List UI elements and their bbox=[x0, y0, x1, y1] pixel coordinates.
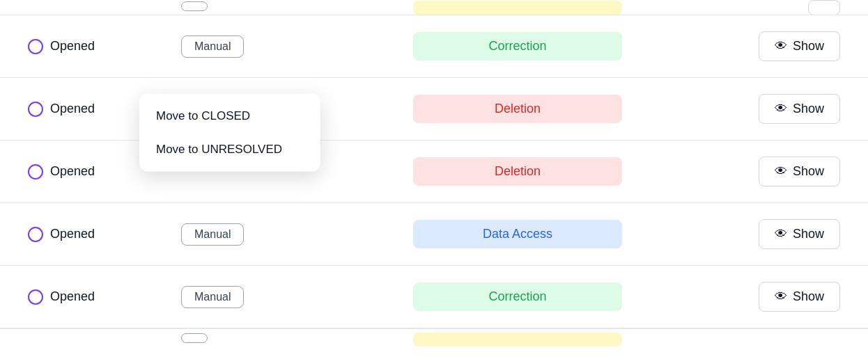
status-col-4: Opened bbox=[28, 227, 181, 242]
move-to-closed-item[interactable]: Move to CLOSED bbox=[139, 99, 320, 132]
action-col-5: 👁 Show bbox=[729, 282, 840, 312]
status-text-3: Opened bbox=[50, 164, 95, 179]
partial-bottom-type-col bbox=[181, 333, 307, 346]
status-col-5: Opened bbox=[28, 289, 181, 305]
type-badge-4[interactable]: Manual bbox=[181, 223, 244, 246]
type-col-5: Manual bbox=[181, 286, 307, 308]
action-col-2: 👁 Show bbox=[729, 94, 840, 124]
status-col-1: Opened bbox=[28, 39, 181, 54]
show-label-4: Show bbox=[793, 227, 824, 241]
type-col-4: Manual bbox=[181, 223, 307, 246]
show-label-5: Show bbox=[793, 289, 824, 304]
show-label-3: Show bbox=[793, 164, 824, 179]
context-menu: Move to CLOSED Move to UNRESOLVED bbox=[139, 93, 320, 171]
table-row-partial-bottom bbox=[0, 328, 868, 349]
category-badge-4[interactable]: Data Access bbox=[413, 220, 622, 248]
move-to-unresolved-item[interactable]: Move to UNRESOLVED bbox=[139, 132, 320, 166]
action-col-4: 👁 Show bbox=[729, 219, 840, 249]
action-col-3: 👁 Show bbox=[729, 157, 840, 186]
table: Opened Manual Correction 👁 Show Opened M… bbox=[0, 0, 868, 349]
table-row-partial-top bbox=[0, 0, 868, 15]
partial-type-badge[interactable] bbox=[181, 1, 208, 11]
show-label-1: Show bbox=[793, 39, 824, 54]
category-badge-3[interactable]: Deletion bbox=[413, 157, 622, 186]
partial-bottom-category-badge bbox=[413, 333, 622, 346]
category-col-2: Deletion bbox=[307, 95, 729, 123]
status-text-5: Opened bbox=[50, 289, 95, 304]
category-badge-2[interactable]: Deletion bbox=[413, 95, 622, 123]
category-col-5: Correction bbox=[307, 282, 729, 311]
table-row: Opened Manual Correction 👁 Show bbox=[0, 15, 868, 78]
status-icon-2 bbox=[28, 102, 43, 117]
type-col-1: Manual bbox=[181, 35, 307, 58]
eye-icon-4: 👁 bbox=[775, 227, 787, 241]
status-text-2: Opened bbox=[50, 102, 95, 116]
partial-bottom-category-col bbox=[307, 333, 729, 346]
table-row: Opened Manual Move to CLOSED Move to UNR… bbox=[0, 78, 868, 141]
table-row: Opened Manual Correction 👁 Show bbox=[0, 266, 868, 328]
status-text-1: Opened bbox=[50, 39, 95, 54]
partial-show-button[interactable] bbox=[808, 0, 840, 15]
category-badge-1[interactable]: Correction bbox=[413, 32, 622, 61]
action-col-1: 👁 Show bbox=[729, 31, 840, 61]
status-text-4: Opened bbox=[50, 227, 95, 241]
partial-action-col bbox=[729, 0, 840, 15]
type-badge-5[interactable]: Manual bbox=[181, 286, 244, 308]
table-row: Opened Deletion 👁 Show bbox=[0, 141, 868, 203]
status-icon-5 bbox=[28, 289, 43, 305]
show-button-2[interactable]: 👁 Show bbox=[759, 94, 840, 124]
show-label-2: Show bbox=[793, 102, 824, 116]
eye-icon-2: 👁 bbox=[775, 102, 787, 116]
category-badge-5[interactable]: Correction bbox=[413, 282, 622, 311]
show-button-1[interactable]: 👁 Show bbox=[759, 31, 840, 61]
table-row: Opened Manual Data Access 👁 Show bbox=[0, 203, 868, 266]
eye-icon-1: 👁 bbox=[775, 39, 787, 54]
show-button-4[interactable]: 👁 Show bbox=[759, 219, 840, 249]
category-col-3: Deletion bbox=[307, 157, 729, 186]
show-button-5[interactable]: 👁 Show bbox=[759, 282, 840, 312]
eye-icon-5: 👁 bbox=[775, 289, 787, 304]
status-icon-3 bbox=[28, 164, 43, 180]
partial-bottom-type-badge[interactable] bbox=[181, 333, 208, 343]
status-icon-1 bbox=[28, 39, 43, 54]
status-icon-4 bbox=[28, 227, 43, 242]
partial-type-col bbox=[181, 1, 307, 14]
show-button-3[interactable]: 👁 Show bbox=[759, 157, 840, 186]
category-col-4: Data Access bbox=[307, 220, 729, 248]
eye-icon-3: 👁 bbox=[775, 164, 787, 179]
type-badge-1[interactable]: Manual bbox=[181, 35, 244, 58]
category-col-1: Correction bbox=[307, 32, 729, 61]
partial-category-badge bbox=[413, 1, 622, 15]
partial-category-col bbox=[307, 1, 729, 15]
